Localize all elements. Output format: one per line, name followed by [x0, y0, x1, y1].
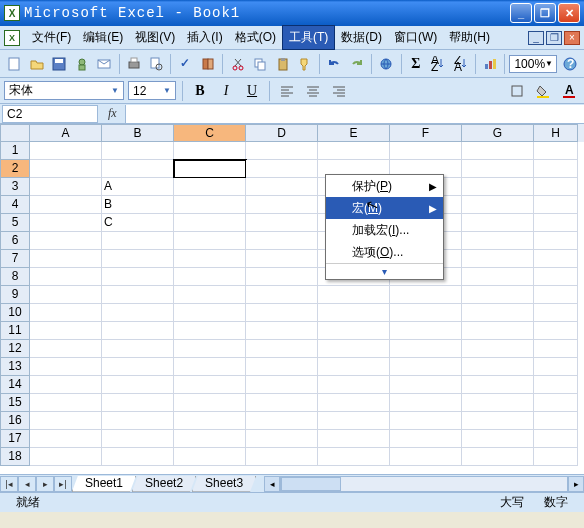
cell-E12[interactable]	[318, 340, 390, 358]
cell-A3[interactable]	[30, 178, 102, 196]
cell-G3[interactable]	[462, 178, 534, 196]
menu-edit[interactable]: 编辑(E)	[77, 26, 129, 49]
cell-E14[interactable]	[318, 376, 390, 394]
copy-icon[interactable]	[250, 53, 271, 75]
col-header-H[interactable]: H	[534, 124, 578, 142]
tab-first-icon[interactable]: |◂	[0, 476, 18, 492]
cell-C16[interactable]	[174, 412, 246, 430]
cell-D15[interactable]	[246, 394, 318, 412]
cell-B7[interactable]	[102, 250, 174, 268]
cell-A11[interactable]	[30, 322, 102, 340]
scroll-left-icon[interactable]: ◂	[264, 476, 280, 492]
cell-B18[interactable]	[102, 448, 174, 466]
cell-F10[interactable]	[390, 304, 462, 322]
scroll-right-icon[interactable]: ▸	[568, 476, 584, 492]
cell-D5[interactable]	[246, 214, 318, 232]
cell-A17[interactable]	[30, 430, 102, 448]
cell-A8[interactable]	[30, 268, 102, 286]
sort-asc-icon[interactable]: AZ	[428, 53, 449, 75]
menu-window[interactable]: 窗口(W)	[388, 26, 443, 49]
align-center-icon[interactable]	[302, 80, 324, 102]
zoom-combo[interactable]: 100%▼	[509, 55, 557, 73]
menu-item-保护[interactable]: 保护(P)▶	[326, 175, 443, 197]
cell-B15[interactable]	[102, 394, 174, 412]
undo-icon[interactable]	[324, 53, 345, 75]
col-header-G[interactable]: G	[462, 124, 534, 142]
cell-G12[interactable]	[462, 340, 534, 358]
sheet-tab-Sheet2[interactable]: Sheet2	[132, 476, 196, 492]
font-name-combo[interactable]: 宋体▼	[4, 81, 124, 100]
cell-A7[interactable]	[30, 250, 102, 268]
cell-F9[interactable]	[390, 286, 462, 304]
cell-D11[interactable]	[246, 322, 318, 340]
col-header-A[interactable]: A	[30, 124, 102, 142]
print-icon[interactable]	[123, 53, 144, 75]
menu-item-选项[interactable]: 选项(O)...	[326, 241, 443, 263]
cell-F14[interactable]	[390, 376, 462, 394]
cell-G16[interactable]	[462, 412, 534, 430]
mdi-close[interactable]: ×	[564, 31, 580, 45]
cell-H3[interactable]	[534, 178, 578, 196]
formula-input[interactable]	[125, 105, 584, 123]
row-header-17[interactable]: 17	[0, 430, 30, 448]
cell-A14[interactable]	[30, 376, 102, 394]
borders-icon[interactable]	[506, 80, 528, 102]
row-header-10[interactable]: 10	[0, 304, 30, 322]
cell-C5[interactable]	[174, 214, 246, 232]
row-header-12[interactable]: 12	[0, 340, 30, 358]
cell-G17[interactable]	[462, 430, 534, 448]
menu-view[interactable]: 视图(V)	[129, 26, 181, 49]
cell-A1[interactable]	[30, 142, 102, 160]
menu-item-加载宏[interactable]: 加载宏(I)...	[326, 219, 443, 241]
cell-G14[interactable]	[462, 376, 534, 394]
cell-G8[interactable]	[462, 268, 534, 286]
underline-button[interactable]: U	[241, 80, 263, 102]
cell-G2[interactable]	[462, 160, 534, 178]
sheet-tab-Sheet3[interactable]: Sheet3	[192, 476, 256, 492]
new-icon[interactable]	[4, 53, 25, 75]
cell-H18[interactable]	[534, 448, 578, 466]
help-icon[interactable]: ?	[559, 53, 580, 75]
cell-H5[interactable]	[534, 214, 578, 232]
cell-H13[interactable]	[534, 358, 578, 376]
cell-C7[interactable]	[174, 250, 246, 268]
cell-H14[interactable]	[534, 376, 578, 394]
cell-H11[interactable]	[534, 322, 578, 340]
row-header-8[interactable]: 8	[0, 268, 30, 286]
col-header-D[interactable]: D	[246, 124, 318, 142]
cell-G1[interactable]	[462, 142, 534, 160]
cell-D7[interactable]	[246, 250, 318, 268]
cell-E11[interactable]	[318, 322, 390, 340]
row-header-18[interactable]: 18	[0, 448, 30, 466]
font-color-icon[interactable]: A	[558, 80, 580, 102]
cell-D8[interactable]	[246, 268, 318, 286]
research-icon[interactable]	[198, 53, 219, 75]
cell-A6[interactable]	[30, 232, 102, 250]
link-icon[interactable]	[376, 53, 397, 75]
cell-H1[interactable]	[534, 142, 578, 160]
align-right-icon[interactable]	[328, 80, 350, 102]
cell-G7[interactable]	[462, 250, 534, 268]
cell-C9[interactable]	[174, 286, 246, 304]
cell-A12[interactable]	[30, 340, 102, 358]
tab-next-icon[interactable]: ▸	[36, 476, 54, 492]
cell-C1[interactable]	[174, 142, 246, 160]
select-all-corner[interactable]	[0, 124, 30, 142]
chart-icon[interactable]	[480, 53, 501, 75]
cut-icon[interactable]	[227, 53, 248, 75]
cell-A4[interactable]	[30, 196, 102, 214]
cell-D6[interactable]	[246, 232, 318, 250]
cell-H17[interactable]	[534, 430, 578, 448]
cell-B5[interactable]: C	[102, 214, 174, 232]
cell-G15[interactable]	[462, 394, 534, 412]
cell-H15[interactable]	[534, 394, 578, 412]
cell-G10[interactable]	[462, 304, 534, 322]
row-header-13[interactable]: 13	[0, 358, 30, 376]
col-header-C[interactable]: C	[174, 124, 246, 142]
paste-icon[interactable]	[272, 53, 293, 75]
fx-label[interactable]: fx	[100, 106, 125, 121]
cell-F15[interactable]	[390, 394, 462, 412]
cell-B11[interactable]	[102, 322, 174, 340]
cell-B16[interactable]	[102, 412, 174, 430]
cell-H16[interactable]	[534, 412, 578, 430]
